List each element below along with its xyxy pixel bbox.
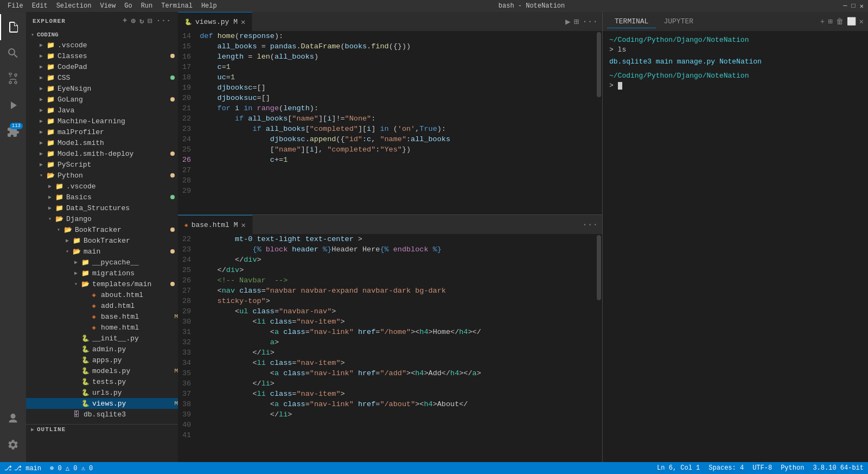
run-icon[interactable]: ▶	[565, 16, 571, 27]
base-html-code-content[interactable]: 22 23 24 25 26 27 28 29 30 31 32 33	[178, 234, 602, 462]
run-debug-activity-icon[interactable]	[0, 92, 26, 118]
sidebar-item-tests-py[interactable]: ▶ 🐍 tests.py	[26, 376, 178, 387]
refresh-icon[interactable]: ↻	[139, 16, 144, 26]
sidebar-item-init-py[interactable]: ▶ 🐍 __init__.py	[26, 333, 178, 344]
sidebar-item-python[interactable]: ▾ 📂 Python	[26, 170, 178, 181]
sidebar-item-java[interactable]: ▶ 📁 Java	[26, 105, 178, 116]
golang-arrow: ▶	[37, 95, 46, 104]
source-control-activity-icon[interactable]	[0, 66, 26, 92]
sidebar-item-data-structures[interactable]: ▶ 📁 Data_Structures	[26, 203, 178, 213]
language-status[interactable]: Python	[776, 462, 808, 474]
jupyter-tab[interactable]: JUPYTER	[656, 15, 701, 28]
menu-file[interactable]: File	[4, 2, 27, 10]
sidebar-item-golang[interactable]: ▶ 📁 GoLang	[26, 94, 178, 105]
spaces-status[interactable]: Spaces: 4	[704, 462, 748, 474]
search-activity-icon[interactable]	[0, 40, 26, 66]
tab-base-close[interactable]: ✕	[241, 220, 245, 230]
top-scrollbar-thumb[interactable]	[597, 32, 601, 97]
sidebar-item-pycache[interactable]: ▶ 📁 __pycache__	[26, 257, 178, 268]
extensions-activity-icon[interactable]: 113	[0, 118, 26, 144]
bottom-more-icon[interactable]: ···	[582, 220, 598, 230]
split-terminal-icon[interactable]: ⊞	[828, 17, 832, 26]
terminal-content[interactable]: ~/Coding/Python/Django/NoteNation > ls d…	[603, 31, 868, 462]
sidebar-item-db-sqlite3[interactable]: ▶ 🗄 db.sqlite3	[26, 409, 178, 420]
menu-view[interactable]: View	[97, 2, 119, 10]
menu-help[interactable]: Help	[198, 2, 220, 10]
sidebar-item-classes[interactable]: ▶ 📁 Classes	[26, 50, 178, 61]
folder-icon: 📁	[80, 257, 90, 267]
close-button[interactable]: ✕	[860, 2, 864, 10]
tab-views-py[interactable]: 🐍 views.py M ✕	[178, 12, 252, 31]
sidebar-item-booktracker[interactable]: ▾ 📂 BookTracker	[26, 224, 178, 235]
sidebar-item-models-py[interactable]: ▶ 🐍 models.py M	[26, 365, 178, 376]
maximize-button[interactable]: □	[852, 2, 856, 10]
folder-icon: 📁	[54, 192, 64, 202]
sidebar-item-templates-main[interactable]: ▾ 📂 templates/main	[26, 279, 178, 289]
sidebar-item-python-vscode[interactable]: ▶ 📁 .vscode	[26, 181, 178, 192]
python-version-status[interactable]: 3.8.10 64-bit	[808, 462, 868, 474]
tab-base-html[interactable]: ◈ base.html M ✕	[178, 215, 253, 234]
more-tab-actions-icon[interactable]: ···	[582, 17, 598, 27]
minimize-button[interactable]: ─	[843, 2, 847, 10]
new-folder-icon[interactable]: ⊕	[131, 16, 136, 26]
sidebar-item-base-html[interactable]: ▶ ◈ base.html M	[26, 311, 178, 322]
menu-selection[interactable]: Selection	[53, 2, 95, 10]
views-py-code-content[interactable]: 14 15 16 17 18 19 20 21 22 23 24 25	[178, 31, 602, 214]
sidebar-item-vscode[interactable]: ▶ 📁 .vscode	[26, 40, 178, 50]
terminal-tab[interactable]: TERMINAL	[607, 15, 656, 28]
sidebar-item-modelsmith-deploy[interactable]: ▶ 📁 Model.smith-deploy	[26, 148, 178, 159]
code-line-15: def home(response):	[200, 31, 587, 41]
split-editor-icon[interactable]: ⊞	[574, 16, 579, 27]
menu-terminal[interactable]: Terminal	[158, 2, 196, 10]
collapse-icon[interactable]: ⊟	[148, 16, 152, 26]
branch-status[interactable]: ⎇ ⎇ main	[0, 462, 46, 474]
top-scrollbar[interactable]	[596, 31, 602, 214]
bottom-scrollbar-thumb[interactable]	[597, 235, 601, 300]
menu-edit[interactable]: Edit	[29, 2, 51, 10]
errors-status[interactable]: ⊗ 0 △ 0 ⚠ 0	[46, 462, 97, 474]
tests-label: tests.py	[92, 378, 178, 386]
account-activity-icon[interactable]	[0, 406, 26, 432]
urls-label: urls.py	[92, 389, 178, 397]
sidebar-root[interactable]: ▾ CODING	[26, 30, 178, 40]
sidebar-item-booktracker-sub[interactable]: ▶ 📁 BookTracker	[26, 235, 178, 246]
sidebar-item-modelsmith[interactable]: ▶ 📁 Model.smith	[26, 137, 178, 148]
sidebar-item-views-py[interactable]: ▶ 🐍 views.py M	[26, 398, 178, 409]
sidebar-item-admin-py[interactable]: ▶ 🐍 admin.py	[26, 344, 178, 355]
sidebar-item-eyensign[interactable]: ▶ 📁 EyeNsign	[26, 83, 178, 94]
sidebar-item-django[interactable]: ▾ 📂 Django	[26, 213, 178, 224]
sidebar-item-ml[interactable]: ▶ 📁 Machine-Learning	[26, 116, 178, 127]
tab-views-close[interactable]: ✕	[241, 17, 245, 27]
sidebar-item-basics[interactable]: ▶ 📁 Basics	[26, 192, 178, 203]
settings-activity-icon[interactable]	[0, 432, 26, 458]
files-activity-icon[interactable]	[0, 14, 26, 40]
sidebar-item-about-html[interactable]: ▶ ◈ about.html	[26, 289, 178, 300]
maximize-terminal-icon[interactable]: ⬜	[847, 17, 856, 26]
py-tab-icon: 🐍	[184, 18, 192, 26]
editor-panels: 14 15 16 17 18 19 20 21 22 23 24 25	[178, 31, 602, 462]
sidebar-item-apps-py[interactable]: ▶ 🐍 apps.py	[26, 355, 178, 365]
sidebar-item-main[interactable]: ▾ 📂 main	[26, 246, 178, 257]
sidebar-item-malprofiler[interactable]: ▶ 📁 malProfiler	[26, 127, 178, 137]
menu-run[interactable]: Run	[138, 2, 156, 10]
sidebar-item-home-html[interactable]: ▶ ◈ home.html	[26, 322, 178, 333]
sidebar-item-urls-py[interactable]: ▶ 🐍 urls.py	[26, 387, 178, 398]
sidebar-item-css[interactable]: ▶ 📁 CSS	[26, 72, 178, 83]
sidebar-item-migrations[interactable]: ▶ 📁 migrations	[26, 268, 178, 279]
kill-terminal-icon[interactable]: 🗑	[836, 17, 844, 26]
outline-header[interactable]: ▶ OUTLINE	[26, 425, 178, 434]
close-terminal-icon[interactable]: ✕	[859, 17, 864, 26]
sidebar-item-codepad[interactable]: ▶ 📁 CodePad	[26, 61, 178, 72]
encoding-status[interactable]: UTF-8	[748, 462, 776, 474]
base-html-editor[interactable]: 22 23 24 25 26 27 28 29 30 31 32 33	[178, 234, 602, 462]
views-py-editor[interactable]: 14 15 16 17 18 19 20 21 22 23 24 25	[178, 31, 602, 214]
activity-bar: 113	[0, 12, 26, 462]
sidebar-item-pyscript[interactable]: ▶ 📁 PyScript	[26, 159, 178, 170]
more-options-icon[interactable]: ···	[156, 16, 171, 26]
ln-col-status[interactable]: Ln 6, Col 1	[653, 462, 704, 474]
new-terminal-icon[interactable]: +	[820, 17, 825, 26]
sidebar-item-add-html[interactable]: ▶ ◈ add.html	[26, 300, 178, 311]
menu-go[interactable]: Go	[121, 2, 135, 10]
bottom-scrollbar[interactable]	[596, 234, 602, 462]
new-file-icon[interactable]: +	[123, 16, 127, 26]
